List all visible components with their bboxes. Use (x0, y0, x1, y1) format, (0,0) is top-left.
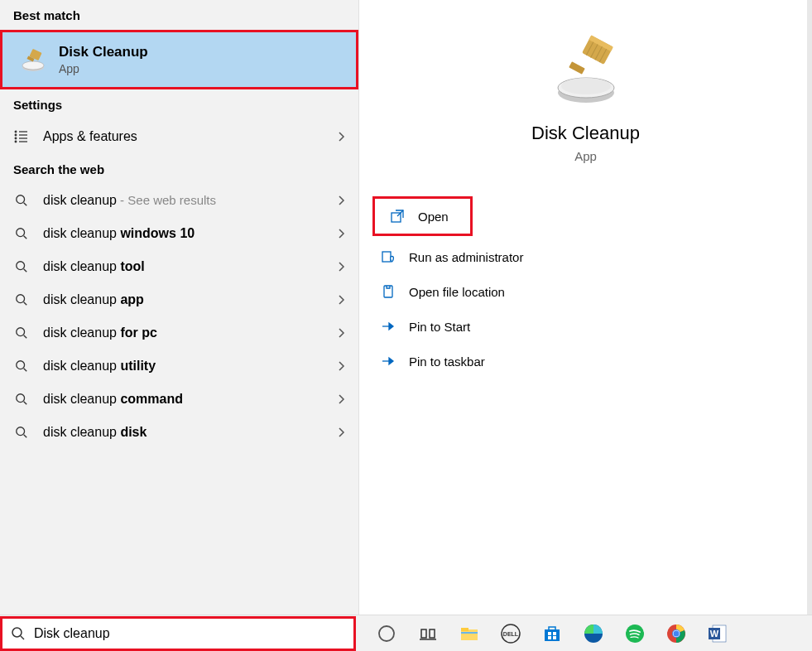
web-result-1[interactable]: disk cleanup windows 10 (0, 217, 358, 250)
chevron-right-icon (339, 132, 345, 142)
svg-point-34 (561, 78, 611, 94)
action-pin-start[interactable]: Pin to Start (368, 309, 804, 344)
search-icon (13, 225, 30, 242)
svg-point-15 (15, 141, 17, 142)
svg-rect-59 (553, 632, 556, 635)
web-result-label: disk cleanup utility (43, 359, 339, 374)
svg-point-20 (17, 262, 25, 270)
web-result-4[interactable]: disk cleanup for pc (0, 316, 358, 350)
web-result-6[interactable]: disk cleanup command (0, 383, 358, 416)
folder-icon (379, 282, 397, 301)
file-explorer-icon[interactable] (454, 618, 485, 649)
svg-point-18 (17, 229, 25, 237)
best-match-header: Best match (0, 0, 358, 30)
chevron-right-icon (339, 262, 345, 272)
svg-point-1 (22, 61, 44, 70)
svg-point-24 (17, 328, 25, 336)
action-open-location[interactable]: Open file location (368, 274, 804, 309)
svg-point-45 (12, 628, 22, 637)
detail-subtitle: App (376, 149, 795, 163)
web-result-2[interactable]: disk cleanup tool (0, 250, 358, 283)
svg-point-26 (17, 361, 25, 369)
svg-line-21 (24, 269, 27, 272)
search-input[interactable] (34, 626, 345, 641)
svg-rect-49 (430, 629, 435, 638)
web-result-label: disk cleanup - See web results (43, 193, 339, 208)
cortana-icon[interactable] (371, 618, 402, 649)
web-result-5[interactable]: disk cleanup utility (0, 350, 358, 383)
svg-rect-44 (384, 286, 392, 297)
svg-point-12 (15, 131, 17, 133)
action-open[interactable]: Open (377, 200, 468, 232)
open-action-highlight: Open (372, 196, 473, 236)
chevron-right-icon (339, 328, 345, 338)
best-match-disk-cleanup[interactable]: Disk Cleanup App (2, 32, 356, 87)
detail-title: Disk Cleanup (376, 123, 795, 144)
chevron-right-icon (339, 394, 345, 404)
search-icon (13, 358, 30, 374)
shield-icon (379, 248, 397, 266)
chevron-right-icon (339, 195, 345, 205)
svg-rect-58 (548, 632, 551, 635)
pin-taskbar-icon (379, 352, 397, 370)
web-result-label: disk cleanup command (43, 392, 339, 407)
svg-rect-53 (461, 632, 478, 634)
svg-line-46 (21, 636, 24, 639)
search-icon (13, 292, 30, 308)
dell-icon[interactable]: DELL (495, 618, 526, 649)
chevron-right-icon (339, 295, 345, 305)
open-icon (388, 207, 406, 225)
web-result-0[interactable]: disk cleanup - See web results (0, 184, 358, 217)
web-result-label: disk cleanup tool (43, 259, 339, 274)
edge-icon[interactable] (578, 618, 609, 649)
svg-point-14 (15, 137, 17, 139)
svg-rect-57 (549, 627, 555, 630)
best-match-subtitle: App (59, 62, 148, 75)
detail-panel: Disk Cleanup App Open (359, 0, 812, 615)
svg-line-17 (24, 203, 27, 206)
action-pin-taskbar-label: Pin to taskbar (409, 354, 485, 369)
svg-line-25 (24, 335, 27, 339)
svg-line-31 (24, 435, 27, 438)
best-match-title: Disk Cleanup (59, 44, 148, 60)
chevron-right-icon (339, 229, 345, 239)
word-icon[interactable]: W (702, 618, 733, 649)
settings-header: Settings (0, 89, 358, 119)
list-icon (13, 128, 30, 145)
svg-line-23 (24, 302, 27, 306)
web-result-label: disk cleanup app (43, 292, 339, 307)
action-run-admin-label: Run as administrator (409, 250, 523, 264)
web-result-label: disk cleanup windows 10 (43, 226, 339, 241)
svg-rect-52 (461, 628, 468, 631)
svg-line-19 (24, 236, 27, 239)
svg-point-16 (17, 195, 25, 204)
svg-point-28 (17, 394, 25, 403)
svg-text:W: W (710, 629, 719, 639)
settings-apps-features[interactable]: Apps & features (0, 119, 358, 154)
svg-rect-56 (545, 629, 560, 641)
svg-line-29 (24, 402, 27, 405)
svg-point-67 (674, 630, 680, 636)
search-web-header: Search the web (0, 154, 358, 184)
action-pin-start-label: Pin to Start (409, 320, 470, 334)
search-icon (13, 258, 30, 275)
action-run-admin[interactable]: Run as administrator (368, 239, 804, 274)
microsoft-store-icon[interactable] (536, 618, 568, 649)
svg-text:DELL: DELL (503, 631, 519, 637)
chevron-right-icon (339, 427, 345, 437)
search-results-panel: Best match Disk Cleanup App Settings (0, 0, 359, 615)
action-pin-taskbar[interactable]: Pin to taskbar (368, 344, 804, 379)
web-result-3[interactable]: disk cleanup app (0, 283, 358, 316)
task-view-icon[interactable] (412, 618, 444, 649)
web-result-7[interactable]: disk cleanup disk (0, 416, 358, 449)
web-result-label: disk cleanup disk (43, 425, 339, 440)
web-result-label: disk cleanup for pc (43, 326, 339, 340)
search-icon (11, 626, 26, 641)
chrome-icon[interactable] (661, 618, 692, 649)
pin-start-icon (379, 317, 397, 335)
spotify-icon[interactable] (619, 618, 651, 649)
svg-point-13 (15, 134, 17, 136)
search-icon (13, 325, 30, 341)
scrollbar[interactable] (807, 0, 812, 615)
svg-rect-48 (421, 629, 426, 638)
